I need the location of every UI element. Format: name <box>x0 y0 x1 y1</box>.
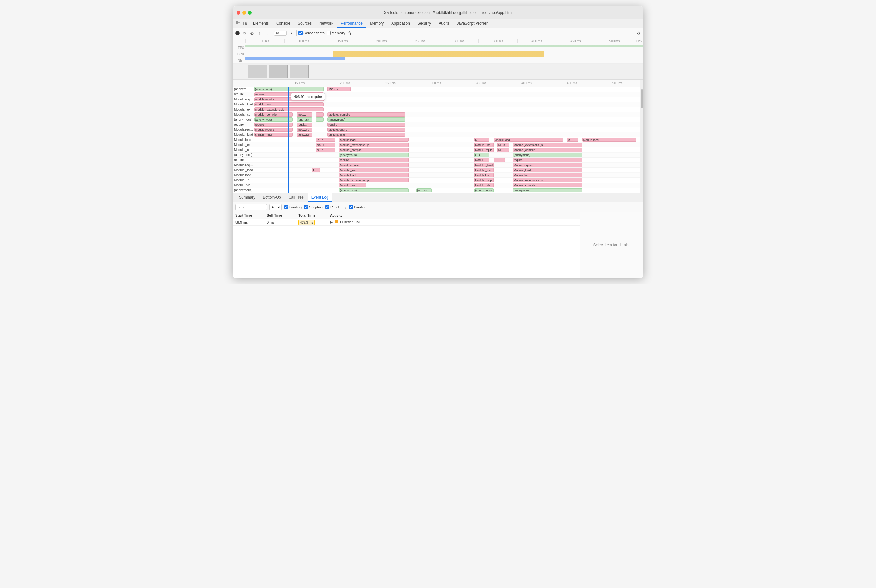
tab-application[interactable]: Application <box>387 19 414 28</box>
flame-scrollbar[interactable] <box>640 80 643 193</box>
tab-audits[interactable]: Audits <box>435 19 453 28</box>
flame-block[interactable]: require <box>339 158 409 162</box>
close-button[interactable] <box>237 11 240 15</box>
flame-block[interactable]: (anonymous) <box>513 153 582 157</box>
flame-block[interactable]: Module._extensions..js <box>254 107 324 111</box>
scripting-filter-label[interactable]: Scripting <box>304 205 323 209</box>
flame-block[interactable]: Module._load <box>254 102 324 106</box>
flame-bars[interactable]: Na…r Module._extensions..js Module…ns..j… <box>254 142 640 147</box>
flame-block[interactable]: (an…s) <box>416 188 432 192</box>
flame-block[interactable]: Mod…ire <box>297 128 312 132</box>
scripting-checkbox[interactable] <box>304 205 308 209</box>
flame-block[interactable]: Module._compile <box>327 112 405 117</box>
flame-bars[interactable]: Module._extensions..js <box>254 107 640 112</box>
flame-block[interactable]: Module._load <box>474 168 494 172</box>
flame-bars[interactable]: N…e Module._compile Modul…mpile M… Modul… <box>254 147 640 152</box>
flame-block[interactable]: (anonymous) <box>254 117 293 122</box>
tab-sources[interactable]: Sources <box>294 19 315 28</box>
minimize-button[interactable] <box>242 11 246 15</box>
flame-block[interactable]: Module._compile <box>254 112 293 117</box>
flame-block[interactable] <box>316 112 324 117</box>
filter-select[interactable]: All <box>269 204 282 210</box>
painting-filter-label[interactable]: Painting <box>349 205 367 209</box>
tab-console[interactable]: Console <box>273 19 294 28</box>
screenshot-thumb-3[interactable] <box>290 65 309 78</box>
flame-bars[interactable]: Modul…pile Modul…pile Module._compile <box>254 183 640 188</box>
flame-block[interactable]: Na…r <box>316 143 335 147</box>
flame-block[interactable]: Modul…_load <box>474 163 494 167</box>
flame-block[interactable]: Module.load <box>339 138 409 142</box>
painting-checkbox[interactable] <box>349 205 353 209</box>
maximize-button[interactable] <box>248 11 252 15</box>
flame-block[interactable]: Module…ns..js <box>474 143 494 147</box>
rendering-checkbox[interactable] <box>325 205 329 209</box>
flame-bars[interactable]: require Modul… r… require <box>254 158 640 162</box>
clear-button[interactable]: ⊘ <box>249 30 255 36</box>
flame-bars[interactable]: (anonymous) 150 ms <box>254 87 640 92</box>
flame-block[interactable]: (anonymous) <box>254 87 324 91</box>
flame-block[interactable]: M… <box>497 148 509 152</box>
flame-block[interactable]: Module.load <box>582 138 636 142</box>
flame-block[interactable]: Module._extensions..js <box>339 143 409 147</box>
flame-block[interactable]: Module._load <box>339 168 409 172</box>
flame-bars[interactable]: (anonymous) (an…us) (anonymous) <box>254 117 640 122</box>
flame-block[interactable]: r… <box>494 158 505 162</box>
flame-block[interactable]: (anonymous) <box>339 188 409 192</box>
flame-block[interactable]: Module._extensions..js <box>339 178 409 182</box>
flame-block[interactable]: Module.load <box>494 138 563 142</box>
flame-block[interactable]: Module._compile <box>513 148 582 152</box>
record-button[interactable] <box>235 31 240 35</box>
device-mode-icon[interactable] <box>242 21 248 27</box>
flame-bars[interactable]: Module._load <box>254 102 640 107</box>
more-tabs-button[interactable]: ⋮ <box>631 21 643 27</box>
flame-block[interactable]: Module…s..js <box>474 178 494 182</box>
flame-block[interactable]: (anonymous) <box>474 188 494 192</box>
flame-block[interactable]: Module.load <box>474 173 494 177</box>
tab-bottom-up[interactable]: Bottom-Up <box>259 193 285 202</box>
screenshots-checkbox[interactable] <box>298 31 303 35</box>
tab-summary[interactable]: Summary <box>235 193 259 202</box>
tab-memory[interactable]: Memory <box>366 19 387 28</box>
tab-event-log[interactable]: Event Log <box>308 193 332 202</box>
flame-bars[interactable]: Module.require Mod…ire Module.require <box>254 127 640 132</box>
flame-bars[interactable]: Module.load Module.load Module.load <box>254 173 640 177</box>
flame-bars[interactable]: Module._extensions..js Module…s..js Modu… <box>254 178 640 183</box>
flame-block[interactable]: M…s <box>497 143 509 147</box>
flame-block[interactable]: Module.load <box>339 173 409 177</box>
flame-block[interactable]: I… <box>312 168 320 172</box>
screenshots-checkbox-label[interactable]: Screenshots <box>298 31 325 35</box>
flame-block[interactable]: require <box>254 123 293 127</box>
flame-block[interactable]: Module.load <box>513 173 582 177</box>
flame-block[interactable]: Module.require <box>254 128 293 132</box>
flame-block[interactable]: Module.require <box>513 163 582 167</box>
flame-block[interactable]: 150 ms <box>327 87 351 91</box>
flame-bars[interactable]: lo…e Module.load M… Module.load M… Modul… <box>254 137 640 142</box>
tab-elements[interactable]: Elements <box>249 19 273 28</box>
flame-bars[interactable]: require requi… require <box>254 122 640 127</box>
inspect-icon[interactable] <box>235 21 241 27</box>
flame-block[interactable]: Modul… <box>474 158 490 162</box>
flame-block[interactable]: Module._load <box>513 168 582 172</box>
download-button[interactable]: ↓ <box>264 30 270 36</box>
flame-block[interactable]: Module._extensions..js <box>513 178 582 182</box>
flame-block[interactable]: Mod… <box>297 112 312 117</box>
flame-block[interactable]: Module._load <box>254 133 293 137</box>
flame-block[interactable]: Modul…pile <box>339 183 366 187</box>
flame-bars[interactable]: (anonymous) (…) (anonymous) <box>254 153 640 157</box>
flame-block[interactable]: Module._compile <box>513 183 582 187</box>
flame-bars[interactable]: Module._load Mod…ad Module._load <box>254 132 640 137</box>
table-row[interactable]: 88.9 ms 0 ms 419.3 ms ▶ Function Call <box>233 219 580 226</box>
expand-arrow[interactable]: ▶ <box>330 220 333 224</box>
flame-block[interactable]: Module.require <box>339 163 409 167</box>
tab-performance[interactable]: Performance <box>337 19 366 28</box>
flame-block[interactable]: require <box>327 123 405 127</box>
flame-block[interactable]: (an…us) <box>297 117 312 122</box>
screenshot-thumb-1[interactable] <box>248 65 267 78</box>
flame-bars[interactable]: I… Module._load Module._load Module._loa… <box>254 168 640 172</box>
scrollbar-thumb[interactable] <box>641 89 643 108</box>
memory-checkbox[interactable] <box>327 31 331 35</box>
flame-block[interactable]: Module._load <box>327 133 405 137</box>
flame-bars[interactable]: Module._compile Mod… Module._compile <box>254 112 640 117</box>
flame-block[interactable]: requi… <box>297 123 312 127</box>
profile-dropdown[interactable]: ▾ <box>289 30 294 36</box>
